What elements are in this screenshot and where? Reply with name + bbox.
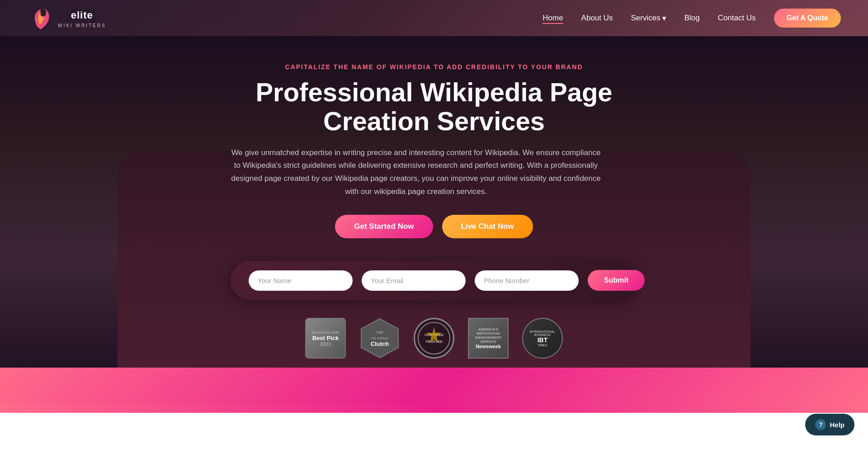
nav-link-services[interactable]: Services ▾: [631, 14, 666, 23]
nav-item-blog[interactable]: Blog: [684, 14, 700, 23]
hero-section: CAPITALIZE THE NAME OF WIKIPEDIA TO ADD …: [0, 36, 868, 404]
badge-ibt: INTERNATIONAL BUSINESS IBT TIMES: [522, 318, 563, 359]
logo-brand-sub: WIKI WRITERS: [58, 23, 106, 28]
logo-text: elite WIKI WRITERS: [58, 9, 106, 28]
badge-ibt-acronym: IBT: [538, 336, 548, 344]
badge-business-line3: 2021: [320, 341, 331, 347]
badge-newsweek-brand: Newsweek: [476, 344, 501, 349]
logo-icon: [27, 5, 54, 32]
nav-link-home[interactable]: Home: [542, 14, 563, 24]
chevron-down-icon: ▾: [662, 14, 666, 23]
nav-item-contact[interactable]: Contact Us: [718, 14, 756, 23]
get-a-quote-button[interactable]: Get A Quote: [774, 9, 841, 28]
second-section: Write Your Digital Legacy With Elite Wik…: [0, 413, 868, 449]
submit-button[interactable]: Submit: [588, 270, 645, 291]
certified-icon: CERTIFIED TRUSTED: [416, 320, 452, 356]
badge-newsweek-line2: REPUTATION: [477, 331, 500, 336]
nav-item-services[interactable]: Services ▾: [631, 14, 666, 23]
help-circle-icon: ?: [815, 419, 826, 430]
logo-brand-name: elite: [67, 9, 97, 22]
hero-eyebrow: CAPITALIZE THE NAME OF WIKIPEDIA TO ADD …: [231, 63, 637, 71]
clutch-hexagon-icon: TOP PR FIRMS Clutch: [359, 318, 400, 359]
badge-ibt-line2: BUSINESS: [534, 333, 551, 336]
get-started-button[interactable]: Get Started Now: [335, 215, 433, 238]
badge-business-line1: business.com: [312, 330, 339, 335]
help-button[interactable]: ? Help: [805, 414, 854, 435]
badge-newsweek: AMERICA'S REPUTATION MANAGEMENT SERVICE …: [468, 318, 509, 359]
nav-link-about[interactable]: About Us: [581, 14, 613, 22]
hero-buttons: Get Started Now Live Chat Now: [231, 215, 637, 238]
badge-business-line2: Best Pick: [312, 335, 339, 341]
pink-band: [0, 404, 868, 413]
phone-input[interactable]: [475, 270, 579, 291]
badge-business: business.com Best Pick 2021: [305, 318, 346, 359]
logo[interactable]: elite WIKI WRITERS: [27, 5, 106, 32]
live-chat-button[interactable]: Live Chat Now: [442, 215, 533, 238]
hero-description: We give unmatched expertise in writing p…: [231, 147, 601, 199]
nav-link-contact[interactable]: Contact Us: [718, 14, 756, 22]
email-input[interactable]: [362, 270, 466, 291]
hero-title: Professional Wikipedia Page Creation Ser…: [231, 78, 637, 136]
navbar: elite WIKI WRITERS Home About Us Service…: [0, 0, 868, 36]
nav-link-blog[interactable]: Blog: [684, 14, 700, 22]
badge-newsweek-line3: MANAGEMENT: [475, 336, 501, 340]
badge-ibt-line3: TIMES: [538, 344, 547, 347]
badge-clutch-wrapper: TOP PR FIRMS Clutch: [359, 318, 400, 359]
badge-certified: CERTIFIED TRUSTED: [414, 318, 454, 359]
nav-item-about[interactable]: About Us: [581, 14, 613, 23]
badge-newsweek-line4: SERVICE: [481, 340, 496, 344]
badges-row: business.com Best Pick 2021 TOP PR FIRMS…: [305, 318, 563, 359]
svg-text:PR FIRMS: PR FIRMS: [371, 336, 388, 340]
help-label: Help: [830, 421, 844, 429]
contact-form-bar: Submit: [231, 261, 637, 300]
svg-text:TOP: TOP: [376, 331, 384, 335]
name-input[interactable]: [249, 270, 353, 291]
hero-content: CAPITALIZE THE NAME OF WIKIPEDIA TO ADD …: [231, 63, 637, 256]
svg-text:TRUSTED: TRUSTED: [425, 340, 443, 344]
nav-links: Home About Us Services ▾ Blog Contact Us: [542, 14, 756, 23]
svg-text:Clutch: Clutch: [371, 340, 389, 347]
badge-newsweek-line1: AMERICA'S: [478, 327, 499, 331]
badge-ibt-line1: INTERNATIONAL: [530, 330, 556, 333]
nav-item-home[interactable]: Home: [542, 14, 563, 23]
